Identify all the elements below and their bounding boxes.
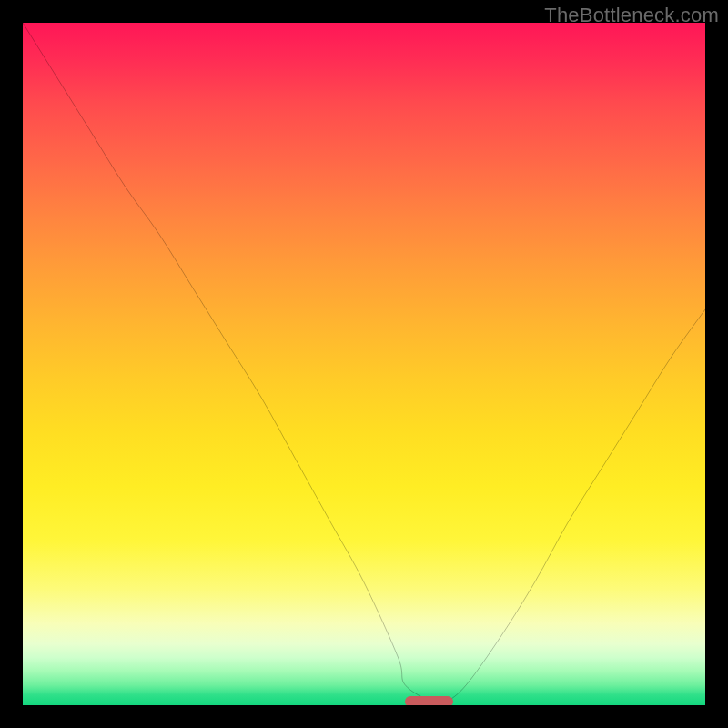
plot-area: [23, 23, 705, 705]
bottleneck-curve-path: [23, 23, 705, 704]
bottleneck-curve: [23, 23, 705, 705]
watermark-label: TheBottleneck.com: [544, 4, 719, 27]
chart-frame: TheBottleneck.com: [0, 0, 728, 728]
optimal-marker: [405, 696, 453, 706]
